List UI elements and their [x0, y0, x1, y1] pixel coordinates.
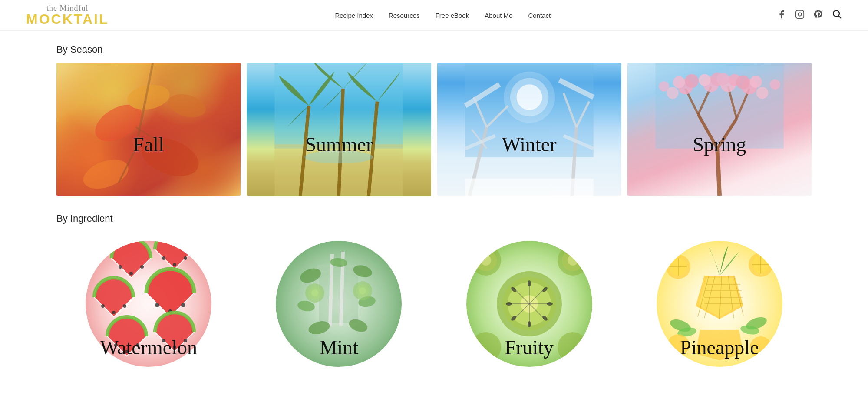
- ingredient-label-mint: Mint: [247, 336, 431, 359]
- search-button[interactable]: [832, 9, 842, 22]
- logo[interactable]: the Mindful MOCKTAIL: [26, 4, 109, 26]
- season-card-summer[interactable]: Summer: [247, 63, 431, 196]
- svg-point-53: [750, 76, 762, 88]
- svg-point-64: [184, 256, 187, 260]
- instagram-icon[interactable]: [795, 10, 805, 21]
- nav-recipe-index[interactable]: Recipe Index: [335, 12, 373, 19]
- main-content: By Season Fall: [0, 31, 868, 367]
- pinterest-icon[interactable]: [813, 10, 823, 21]
- nav-about-me[interactable]: About Me: [485, 12, 512, 19]
- season-grid: Fall: [56, 63, 812, 196]
- svg-point-70: [181, 303, 185, 307]
- svg-point-54: [736, 76, 749, 89]
- svg-point-58: [659, 81, 669, 92]
- svg-point-57: [770, 79, 780, 90]
- svg-rect-30: [465, 179, 593, 196]
- svg-point-45: [685, 74, 698, 88]
- svg-point-90: [311, 289, 318, 296]
- ingredient-label-watermelon: Watermelon: [56, 336, 241, 359]
- facebook-icon[interactable]: [777, 10, 786, 21]
- svg-rect-77: [319, 267, 358, 323]
- by-season-title: By Season: [56, 44, 812, 55]
- svg-rect-0: [796, 10, 804, 18]
- svg-point-59: [119, 265, 122, 269]
- site-header: the Mindful MOCKTAIL Recipe Index Resour…: [0, 0, 868, 31]
- svg-point-66: [112, 311, 116, 314]
- nav-contact[interactable]: Contact: [528, 12, 551, 19]
- ingredient-label-pineapple: Pineapple: [627, 336, 812, 359]
- by-ingredient-title: By Ingredient: [56, 213, 812, 224]
- ingredient-card-fruity[interactable]: Fruity: [437, 232, 621, 367]
- ingredient-card-mint[interactable]: Mint: [247, 232, 431, 367]
- season-label-winter: Winter: [437, 133, 621, 156]
- svg-point-60: [129, 272, 133, 275]
- svg-point-44: [673, 76, 685, 89]
- svg-point-102: [528, 280, 531, 286]
- svg-point-56: [756, 87, 768, 99]
- svg-point-61: [140, 265, 144, 269]
- svg-point-108: [506, 302, 512, 306]
- nav-free-ebook[interactable]: Free eBook: [436, 12, 469, 19]
- nav-resources[interactable]: Resources: [389, 12, 420, 19]
- ingredient-grid: Watermelon: [56, 232, 812, 367]
- svg-line-4: [839, 16, 842, 19]
- svg-point-67: [123, 304, 126, 308]
- svg-point-106: [528, 321, 531, 327]
- logo-main: MOCKTAIL: [26, 12, 109, 26]
- svg-point-47: [699, 74, 711, 86]
- ingredient-card-pineapple[interactable]: Pineapple: [627, 232, 812, 367]
- svg-point-62: [162, 256, 165, 260]
- season-label-fall: Fall: [56, 133, 241, 156]
- ingredient-label-fruity: Fruity: [437, 336, 621, 359]
- svg-point-51: [716, 73, 729, 86]
- svg-point-104: [547, 302, 553, 306]
- main-nav: Recipe Index Resources Free eBook About …: [335, 12, 551, 19]
- svg-point-65: [101, 304, 105, 308]
- season-label-summer: Summer: [247, 133, 431, 156]
- season-card-spring[interactable]: Spring: [627, 63, 812, 196]
- svg-point-3: [833, 10, 839, 17]
- season-label-spring: Spring: [627, 133, 812, 156]
- social-icons: [777, 9, 842, 22]
- season-card-fall[interactable]: Fall: [56, 63, 241, 196]
- svg-point-2: [802, 12, 802, 13]
- svg-point-112: [481, 255, 491, 266]
- svg-point-63: [173, 263, 176, 266]
- svg-point-22: [504, 72, 555, 123]
- svg-point-8: [166, 90, 208, 121]
- svg-point-1: [798, 13, 801, 16]
- svg-point-9: [79, 154, 132, 194]
- season-card-winter[interactable]: Winter: [437, 63, 621, 196]
- svg-point-93: [359, 287, 366, 294]
- svg-point-68: [155, 303, 159, 307]
- ingredient-card-watermelon[interactable]: Watermelon: [56, 232, 241, 367]
- svg-point-115: [568, 255, 578, 266]
